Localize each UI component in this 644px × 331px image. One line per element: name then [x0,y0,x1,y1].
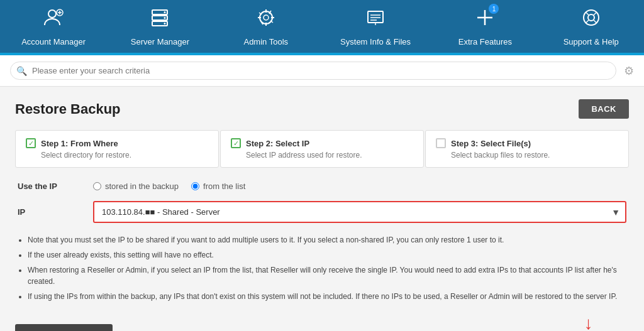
ip-select-wrapper: 103.110.84.■■ - Shared - Server ▼ [93,201,626,223]
extra-features-badge: 1 [489,4,499,14]
svg-line-29 [586,20,589,23]
nav-server-manager-label: Server Manager [131,37,189,46]
radio-stored-in-backup-input[interactable] [93,182,101,190]
bottom-buttons: PREVIOUS STEP ↓ NEXT STEP [15,315,629,331]
red-arrow-icon: ↓ [584,315,593,331]
svg-line-27 [594,20,597,23]
radio-from-list[interactable]: from the list [191,182,245,191]
nav-support-help-label: Support & Help [564,37,619,46]
nav-account-manager[interactable]: Account Manager [21,6,86,46]
radio-group: stored in the backup from the list [93,182,245,191]
svg-point-8 [164,17,166,19]
gear-icon[interactable]: ⚙ [624,64,634,78]
ip-select[interactable]: 103.110.84.■■ - Shared - Server [93,201,626,223]
step-2-subtitle: Select IP address used for restore. [246,151,413,160]
nav-admin-tools-label: Admin Tools [243,37,288,46]
step-1-check: ✓ [26,138,36,148]
step-3-title: Step 3: Select File(s) [451,139,531,148]
step-2-check: ✓ [231,138,241,148]
step-2-box: ✓ Step 2: Select IP Select IP address us… [220,130,424,168]
note-3: When restoring a Reseller or Admin, if y… [28,264,629,287]
svg-line-26 [586,13,589,15]
svg-rect-16 [368,11,383,23]
search-bar: 🔍 ⚙ [0,55,644,87]
step-3-subtitle: Select backup files to restore. [451,151,618,160]
radio-stored-label: stored in the backup [105,182,179,191]
support-icon [580,6,602,33]
note-2: If the user already exists, this setting… [28,249,629,261]
note-1: Note that you must set the IP to be shar… [28,234,629,246]
ip-label: IP [18,207,93,217]
step-2-title: Step 2: Select IP [246,139,309,148]
system-info-icon [364,6,387,33]
svg-point-25 [588,14,594,21]
nav-account-manager-label: Account Manager [21,37,86,46]
back-button[interactable]: BACK [579,99,629,119]
step-1-header: ✓ Step 1: From Where [26,138,208,148]
use-ip-row: Use the IP stored in the backup from the… [15,182,629,191]
step-3-header: Step 3: Select File(s) [436,138,618,148]
step-3-box: Step 3: Select File(s) Select backup fil… [425,130,629,168]
svg-point-11 [264,15,269,20]
server-manager-icon [148,6,171,33]
account-manager-icon [42,6,65,33]
previous-step-button[interactable]: PREVIOUS STEP [15,324,113,331]
step-1-title: Step 1: From Where [41,139,118,148]
search-wrapper: 🔍 [10,62,616,80]
steps-row: ✓ Step 1: From Where Select directory fo… [15,130,629,168]
nav-support-help[interactable]: Support & Help [560,6,623,46]
nav-system-info-files-label: System Info & Files [340,37,411,46]
svg-point-9 [164,23,166,24]
step-2-header: ✓ Step 2: Select IP [231,138,413,148]
page-title: Restore Backup [15,101,121,117]
ip-select-row: IP 103.110.84.■■ - Shared - Server ▼ [15,201,629,223]
svg-line-28 [594,13,596,15]
admin-tools-icon [255,6,277,33]
search-icon: 🔍 [16,66,27,76]
nav-system-info-files[interactable]: System Info & Files [340,6,411,46]
radio-stored-in-backup[interactable]: stored in the backup [93,182,179,191]
notes-list: Note that you must set the IP to be shar… [15,234,629,302]
svg-point-0 [48,10,56,18]
next-step-wrapper: ↓ NEXT STEP [548,315,629,331]
step-3-check [436,138,446,148]
search-input[interactable] [10,62,616,80]
step-1-subtitle: Select directory for restore. [41,151,208,160]
nav-server-manager[interactable]: Server Manager [128,6,191,46]
main-content: Restore Backup BACK ✓ Step 1: From Where… [0,87,644,331]
extra-features-icon: 1 [474,6,496,33]
step-1-box: ✓ Step 1: From Where Select directory fo… [15,130,219,168]
svg-point-7 [164,11,166,13]
nav-admin-tools[interactable]: Admin Tools [235,6,297,46]
use-ip-label: Use the IP [18,182,93,191]
note-4: If using the IPs from within the backup,… [28,291,629,302]
radio-from-list-label: from the list [203,182,245,191]
page-header: Restore Backup BACK [15,99,629,119]
nav-extra-features-label: Extra Features [458,37,512,46]
nav-extra-features[interactable]: 1 Extra Features [453,6,516,46]
radio-from-list-input[interactable] [191,182,199,190]
top-navigation: Account Manager Server Manager [0,0,644,53]
